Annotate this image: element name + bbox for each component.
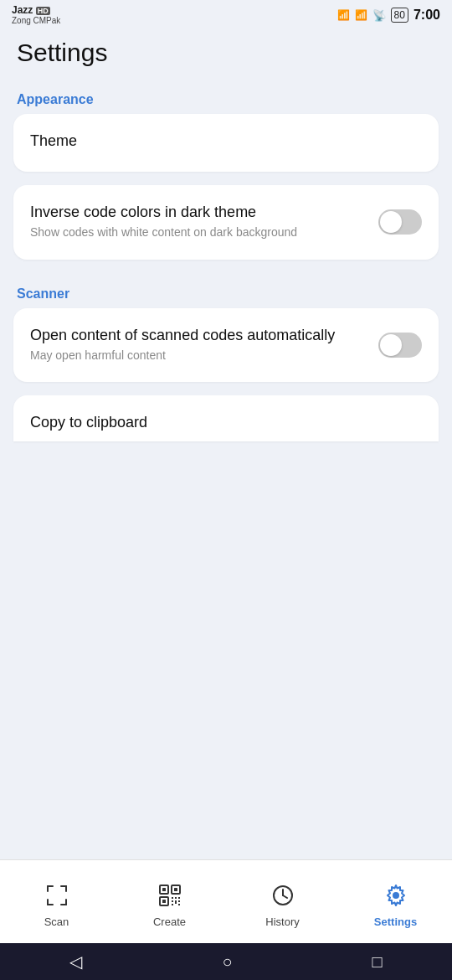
scan-icon bbox=[45, 884, 69, 910]
home-button[interactable]: ○ bbox=[222, 952, 232, 972]
inverse-colors-toggle[interactable] bbox=[378, 209, 422, 235]
nav-scan[interactable]: Scan bbox=[0, 860, 113, 943]
bottom-nav: Scan Create bbox=[0, 859, 452, 943]
copy-clipboard-card-partial: Copy to clipboard bbox=[13, 395, 439, 441]
nav-history-label: History bbox=[265, 916, 299, 928]
svg-rect-18 bbox=[175, 900, 177, 904]
network-name: Zong CMPak bbox=[12, 16, 60, 26]
nav-history[interactable]: History bbox=[226, 860, 339, 943]
signal-icon-2: 📶 bbox=[355, 9, 367, 21]
status-bar: Jazz HD Zong CMPak 📶 📶 📡 80 7:00 bbox=[0, 0, 452, 30]
svg-rect-3 bbox=[65, 885, 67, 892]
page-title-area: Settings bbox=[0, 30, 452, 79]
status-icons: 📶 📶 📡 80 7:00 bbox=[337, 8, 440, 23]
theme-title: Theme bbox=[30, 132, 408, 150]
svg-point-25 bbox=[393, 892, 399, 899]
inverse-colors-card: Inverse code colors in dark theme Show c… bbox=[13, 185, 439, 260]
gear-icon bbox=[384, 884, 408, 910]
svg-rect-17 bbox=[172, 900, 173, 902]
qr-icon bbox=[158, 884, 182, 910]
nav-create[interactable]: Create bbox=[113, 860, 226, 943]
svg-rect-7 bbox=[65, 899, 67, 905]
svg-rect-14 bbox=[172, 897, 173, 899]
svg-rect-20 bbox=[172, 904, 173, 905]
svg-rect-21 bbox=[178, 904, 180, 905]
open-content-title: Open content of scanned codes automatica… bbox=[30, 327, 365, 344]
recent-button[interactable]: □ bbox=[372, 952, 382, 972]
svg-line-24 bbox=[283, 895, 287, 898]
battery-level: 80 bbox=[394, 9, 405, 21]
theme-item-content: Theme bbox=[30, 132, 408, 153]
inverse-colors-title: Inverse code colors in dark theme bbox=[30, 204, 365, 221]
wifi-icon: 📡 bbox=[372, 9, 386, 22]
appearance-section-label: Appearance bbox=[0, 79, 452, 114]
scanner-section-label: Scanner bbox=[0, 273, 452, 308]
open-content-card: Open content of scanned codes automatica… bbox=[13, 308, 439, 383]
carrier-info: Jazz HD Zong CMPak bbox=[12, 4, 60, 26]
svg-rect-1 bbox=[47, 885, 49, 892]
inverse-colors-item[interactable]: Inverse code colors in dark theme Show c… bbox=[13, 185, 439, 260]
svg-rect-16 bbox=[178, 897, 180, 899]
status-time: 7:00 bbox=[413, 8, 440, 23]
inverse-colors-content: Inverse code colors in dark theme Show c… bbox=[30, 204, 365, 241]
svg-rect-15 bbox=[175, 897, 177, 899]
theme-card: Theme bbox=[13, 114, 439, 172]
nav-settings[interactable]: Settings bbox=[339, 860, 452, 943]
nav-create-label: Create bbox=[153, 916, 186, 928]
carrier-name: Jazz HD bbox=[12, 4, 60, 16]
copy-clipboard-title: Copy to clipboard bbox=[30, 414, 422, 431]
open-content-content: Open content of scanned codes automatica… bbox=[30, 327, 365, 364]
page-title: Settings bbox=[17, 39, 107, 66]
svg-rect-19 bbox=[178, 900, 180, 902]
svg-rect-13 bbox=[162, 900, 166, 903]
nav-settings-label: Settings bbox=[374, 916, 417, 928]
open-content-toggle[interactable] bbox=[378, 333, 422, 358]
svg-rect-5 bbox=[47, 899, 49, 905]
battery-icon: 80 bbox=[391, 8, 408, 23]
svg-rect-11 bbox=[174, 888, 177, 891]
clock-icon bbox=[271, 884, 295, 910]
system-nav-bar: ◁ ○ □ bbox=[0, 943, 452, 980]
open-content-subtitle: May open harmful content bbox=[30, 348, 365, 364]
signal-icon: 📶 bbox=[337, 9, 350, 21]
svg-rect-9 bbox=[162, 888, 166, 891]
inverse-colors-subtitle: Show codes with white content on dark ba… bbox=[30, 224, 365, 241]
nav-scan-label: Scan bbox=[44, 916, 69, 928]
back-button[interactable]: ◁ bbox=[69, 952, 82, 972]
theme-item[interactable]: Theme bbox=[13, 114, 439, 172]
open-content-item[interactable]: Open content of scanned codes automatica… bbox=[13, 308, 439, 383]
